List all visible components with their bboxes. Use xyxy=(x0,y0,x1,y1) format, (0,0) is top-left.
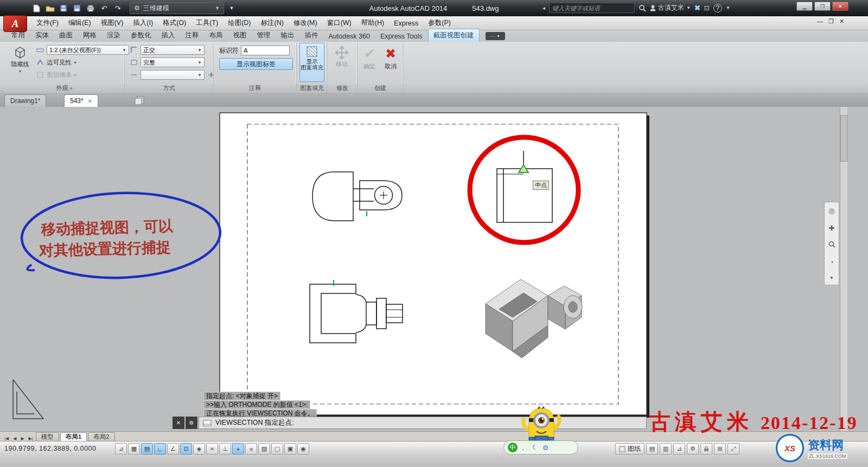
menu-tools[interactable]: 工具(T) xyxy=(191,17,223,29)
tab-close-icon[interactable]: ✕ xyxy=(88,98,92,104)
quick-properties-toggle[interactable]: ▢ xyxy=(271,443,283,455)
minimize-button[interactable]: ▁ xyxy=(796,2,813,11)
menu-help[interactable]: 帮助(H) xyxy=(356,17,389,29)
exchange-apps-icon[interactable]: ✖ xyxy=(694,4,700,12)
doc-minimize-icon[interactable]: — xyxy=(817,18,823,25)
file-tab-drawing1[interactable]: Drawing1* xyxy=(4,94,46,107)
doc-restore-icon[interactable]: ❐ xyxy=(828,18,834,25)
menu-dimension[interactable]: 标注(N) xyxy=(256,17,289,29)
close-button[interactable]: ✕ xyxy=(832,2,848,11)
paper-model-toggle[interactable]: 图纸 xyxy=(615,443,644,455)
ribbon-tab-section-view-creation[interactable]: 截面视图创建 xyxy=(428,29,480,42)
panel-label-method[interactable]: 方式 xyxy=(125,84,213,93)
view-scale-dropdown[interactable]: 1:2 (来自父视图(F))▼ xyxy=(47,45,129,55)
snap-mode-toggle[interactable]: ▦ xyxy=(128,443,140,455)
command-close-icon[interactable]: ✕ xyxy=(173,417,184,429)
help-more-icon[interactable]: ▼ xyxy=(726,5,730,10)
ribbon-tab-output[interactable]: 输出 xyxy=(276,29,299,42)
menu-format[interactable]: 格式(O) xyxy=(158,17,191,29)
pan-icon[interactable]: ✚ xyxy=(829,224,835,232)
ribbon-tab-surface[interactable]: 曲面 xyxy=(54,29,78,42)
save-icon[interactable] xyxy=(58,3,69,14)
annotation-monitor-toggle[interactable]: ◉ xyxy=(297,443,309,455)
ribbon-tab-solid[interactable]: 实体 xyxy=(30,29,54,42)
new-file-icon[interactable] xyxy=(30,3,42,14)
menu-draw[interactable]: 绘图(D) xyxy=(223,17,256,29)
menu-express[interactable]: Express xyxy=(389,18,423,29)
grid-display-toggle[interactable]: ▤ xyxy=(141,443,153,455)
help-icon[interactable]: ? xyxy=(713,4,722,12)
panel-label-annotation[interactable]: 注释 xyxy=(214,84,297,93)
layout1-tab[interactable]: 布局1 xyxy=(60,432,87,441)
command-customize-icon[interactable]: ⚙ xyxy=(186,417,197,429)
model-tab[interactable]: 模型 xyxy=(36,432,59,441)
panel-label-create[interactable]: 创建 xyxy=(358,84,403,93)
workspace-dropdown[interactable]: ⚙ 三维建模 ▼ xyxy=(130,2,224,14)
dynamic-input-toggle[interactable]: + xyxy=(232,443,244,455)
toolbar-lock-icon[interactable] xyxy=(700,443,712,455)
infer-constraints-toggle[interactable]: ⊿ xyxy=(115,443,127,455)
3d-object-snap-toggle[interactable]: ◈ xyxy=(193,443,205,455)
navbar-more-icon[interactable]: ▼ xyxy=(829,276,834,280)
tab-nav-last-icon[interactable]: ▶| xyxy=(27,436,35,441)
plot-icon[interactable] xyxy=(85,3,97,14)
redo-icon[interactable]: ↷ xyxy=(112,3,124,14)
application-menu-button[interactable]: A xyxy=(3,15,27,32)
ribbon-tab-render[interactable]: 渲染 xyxy=(102,29,125,42)
search-icon[interactable] xyxy=(639,4,646,12)
doc-close-icon[interactable]: ✕ xyxy=(839,18,844,25)
panel-label-modify[interactable]: 修改 xyxy=(328,84,358,93)
depth-value-dropdown[interactable]: ▼ xyxy=(141,70,205,80)
ime-mode-chinese[interactable]: 中 xyxy=(508,443,518,452)
layout2-tab[interactable]: 布局2 xyxy=(88,432,114,441)
polar-tracking-toggle[interactable]: ∠ xyxy=(167,443,179,455)
ortho-mode-toggle[interactable]: ∟ xyxy=(154,443,166,455)
menu-insert[interactable]: 插入(I) xyxy=(128,17,158,29)
identifier-input[interactable] xyxy=(241,46,290,55)
clean-screen-icon[interactable]: ⤢ xyxy=(727,443,739,455)
qat-more-icon[interactable]: ▼ xyxy=(226,3,238,14)
menu-view[interactable]: 视图(V) xyxy=(96,17,129,29)
show-hatch-button[interactable]: 显示 图案填充 xyxy=(299,43,324,82)
cancel-button[interactable]: ✖ 取消 xyxy=(381,44,400,71)
restore-button[interactable]: ❐ xyxy=(814,2,831,11)
menu-file[interactable]: 文件(F) xyxy=(31,17,63,29)
undo-icon[interactable]: ↶ xyxy=(98,3,110,14)
ribbon-tab-view[interactable]: 视图 xyxy=(228,29,252,42)
new-drawing-tab-button[interactable] xyxy=(135,96,146,107)
ime-settings-icon[interactable]: ⚙ xyxy=(542,444,549,452)
full-navigation-wheel-icon[interactable]: ◎ xyxy=(828,207,834,215)
infocenter-collapse-icon[interactable]: ◂ xyxy=(542,5,545,11)
section-depth-dropdown[interactable]: 完整▼ xyxy=(141,57,205,67)
quick-view-layouts-icon[interactable]: ▤ xyxy=(646,443,658,455)
selection-cycling-toggle[interactable]: ▣ xyxy=(284,443,296,455)
search-input[interactable] xyxy=(549,3,635,13)
ribbon-tab-express-tools[interactable]: Express Tools xyxy=(375,31,427,42)
ribbon-tab-layout[interactable]: 布局 xyxy=(205,29,228,42)
lineweight-toggle[interactable]: ≡ xyxy=(245,443,257,455)
menu-window[interactable]: 窗口(W) xyxy=(322,17,356,29)
ribbon-tab-insert[interactable]: 插入 xyxy=(157,29,180,42)
ribbon-tab-parametric[interactable]: 参数化 xyxy=(126,29,156,42)
orbit-icon[interactable]: ◔ xyxy=(829,258,834,266)
scrollbar-thumb[interactable] xyxy=(840,115,847,162)
object-snap-toggle[interactable]: ⊡ xyxy=(180,443,192,455)
save-as-icon[interactable] xyxy=(71,3,83,14)
keep-connected-icon[interactable]: ⊡ xyxy=(704,4,710,12)
ribbon-tab-plugins[interactable]: 插件 xyxy=(300,29,323,42)
ime-moon-icon[interactable]: ☾ xyxy=(532,444,538,451)
ribbon-tab-mesh[interactable]: 网格 xyxy=(78,29,101,42)
tab-nav-next-icon[interactable]: ▶ xyxy=(19,436,25,441)
edge-visibility-button[interactable]: 边可见性 ▼ xyxy=(47,59,77,67)
ribbon-tab-annotate[interactable]: 注释 xyxy=(181,29,204,42)
menu-parametric[interactable]: 参数(P) xyxy=(423,17,456,29)
object-snap-tracking-toggle[interactable]: ≍ xyxy=(206,443,218,455)
zoom-icon[interactable] xyxy=(828,241,835,250)
sign-in-user[interactable]: 古滇艾米 ▼ xyxy=(650,3,691,12)
hardware-acceleration-icon[interactable]: ⊞ xyxy=(714,443,726,455)
ribbon-options-button[interactable]: ···▼ xyxy=(486,32,505,40)
panel-label-hatch[interactable]: 图案填充 xyxy=(297,84,327,93)
tab-nav-prev-icon[interactable]: ◀ xyxy=(11,436,18,441)
dynamic-ucs-toggle[interactable]: ⊥ xyxy=(219,443,231,455)
projection-dropdown[interactable]: 正交▼ xyxy=(141,45,205,55)
